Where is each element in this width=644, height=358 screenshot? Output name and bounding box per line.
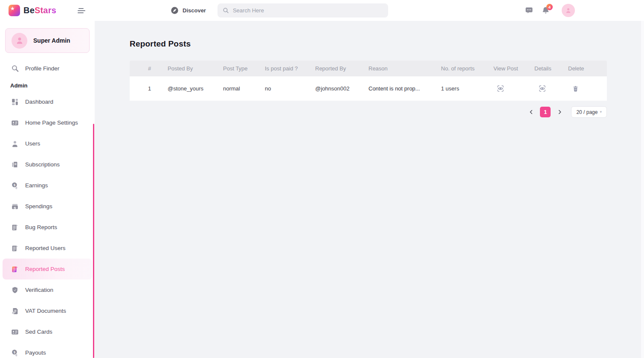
wallet-check-icon — [11, 203, 19, 210]
row-is-post-paid: no — [265, 85, 315, 92]
sidebar-item-label: Dashboard — [25, 99, 53, 105]
notifications-button[interactable]: 4 — [542, 6, 550, 15]
row-delete-cell — [568, 85, 607, 92]
brand-wordmark-be: Be — [23, 6, 35, 15]
main-content: Reported Posts # Posted By Post Type Is … — [95, 21, 644, 358]
row-details-cell — [534, 85, 568, 92]
trash-icon[interactable] — [572, 85, 579, 92]
sidebar-item-label: Earnings — [25, 182, 48, 189]
shield-check-icon — [11, 286, 19, 294]
topbar: Discover 4 — [95, 0, 644, 21]
sidebar-item-label: Reported Users — [25, 245, 66, 251]
sidebar-item-earnings[interactable]: $ Earnings — [0, 175, 95, 196]
details-eye-scan-icon[interactable] — [539, 85, 546, 92]
sidebar-nav: Profile Finder Admin Dashboard Home Page… — [0, 58, 95, 358]
discover-button[interactable]: Discover — [171, 6, 206, 15]
page-size-label: 20 / page — [576, 109, 598, 115]
profile-avatar-icon — [12, 33, 27, 49]
sidebar-item-sed-cards[interactable]: Sed Cards — [0, 321, 95, 342]
sidebar-item-reported-posts[interactable]: Reported Posts — [3, 259, 92, 279]
column-header-post-type: Post Type — [223, 65, 265, 72]
sidebar-item-home-page-settings[interactable]: Home Page Settings — [0, 112, 95, 133]
search-icon — [11, 64, 19, 73]
receipt-icon: $ — [11, 161, 19, 169]
column-header-delete: Delete — [568, 65, 607, 72]
id-card-icon — [11, 328, 19, 336]
content-column: Discover 4 — [95, 0, 644, 358]
table-header-row: # Posted By Post Type Is post paid ? Rep… — [130, 61, 607, 76]
sidebar-item-label: Home Page Settings — [25, 119, 78, 126]
sidebar-item-bug-reports[interactable]: Bug Reports — [0, 217, 95, 238]
compass-icon — [171, 6, 179, 15]
report-document-icon — [11, 224, 19, 231]
app-window: ★ BeStars Super Admin Profile Finder Adm… — [0, 0, 644, 358]
notification-badge: 4 — [546, 4, 553, 10]
next-page-button[interactable] — [554, 107, 565, 117]
column-header-details: Details — [534, 65, 568, 72]
column-header-view-post: View Post — [493, 65, 534, 72]
sidebar-item-payouts[interactable]: $ Payouts — [0, 342, 95, 358]
user-icon — [11, 140, 19, 148]
sidebar: ★ BeStars Super Admin Profile Finder Adm… — [0, 0, 95, 358]
document-check-icon — [11, 307, 19, 315]
sidebar-item-subscriptions[interactable]: $ Subscriptions — [0, 154, 95, 175]
brand-star-icon[interactable]: ★ — [9, 5, 20, 16]
column-header-index: # — [130, 65, 168, 72]
column-header-is-post-paid: Is post paid ? — [265, 65, 315, 72]
logo-row: ★ BeStars — [0, 0, 95, 21]
sidebar-item-label: Subscriptions — [25, 161, 60, 168]
reported-posts-table: # Posted By Post Type Is post paid ? Rep… — [130, 61, 607, 101]
sidebar-item-profile-finder[interactable]: Profile Finder — [0, 58, 95, 79]
sidebar-item-dashboard[interactable]: Dashboard — [0, 91, 95, 112]
sidebar-item-label: Payouts — [25, 349, 46, 356]
search-box[interactable] — [218, 3, 388, 17]
svg-text:$: $ — [14, 350, 15, 354]
page-title: Reported Posts — [130, 39, 644, 49]
sidebar-item-spendings[interactable]: Spendings — [0, 196, 95, 217]
profile-card[interactable]: Super Admin — [5, 28, 90, 53]
page-size-select[interactable]: 20 / page ▾ — [571, 106, 607, 118]
sidebar-toggle-icon[interactable] — [76, 6, 87, 15]
id-card-icon — [11, 119, 19, 127]
sidebar-item-label: VAT Documents — [25, 308, 66, 314]
sidebar-item-vat-documents[interactable]: VAT Documents — [0, 300, 95, 321]
chat-icon[interactable] — [525, 6, 533, 15]
previous-page-button[interactable] — [526, 107, 536, 117]
profile-name: Super Admin — [33, 37, 70, 44]
sidebar-item-reported-users[interactable]: Reported Users — [0, 238, 95, 259]
report-document-icon — [11, 244, 19, 252]
column-header-posted-by: Posted By — [168, 65, 223, 72]
sidebar-item-verification[interactable]: Verification — [0, 279, 95, 300]
sidebar-item-label: Sed Cards — [25, 329, 52, 335]
sidebar-item-label: Spendings — [25, 203, 52, 210]
column-header-no-of-reports: No. of reports — [441, 65, 493, 72]
row-reason: Content is not prop... — [368, 85, 441, 92]
sidebar-section-admin: Admin — [0, 79, 95, 91]
user-avatar[interactable] — [562, 4, 575, 17]
brand-wordmark-stars: Stars — [35, 6, 56, 15]
discover-label: Discover — [183, 7, 206, 14]
row-no-of-reports: 1 users — [441, 85, 493, 92]
row-index: 1 — [130, 85, 168, 92]
search-icon — [223, 7, 229, 14]
sidebar-item-label: Users — [25, 140, 40, 147]
view-post-eye-scan-icon[interactable] — [497, 85, 504, 92]
row-view-post-cell — [493, 85, 534, 92]
sidebar-item-label: Bug Reports — [25, 224, 57, 230]
sidebar-item-users[interactable]: Users — [0, 133, 95, 154]
caret-down-icon: ▾ — [600, 110, 602, 114]
brand-wordmark[interactable]: BeStars — [23, 6, 56, 15]
topbar-actions: 4 — [525, 4, 644, 17]
page-number-1[interactable]: 1 — [540, 107, 551, 117]
main-scrollbar[interactable] — [641, 21, 644, 358]
dollar-coin-icon: $ — [11, 182, 19, 189]
sidebar-scrollbar[interactable] — [93, 124, 94, 358]
dashboard-icon — [11, 98, 19, 106]
chevron-right-icon — [557, 109, 563, 115]
dollar-coin-icon: $ — [11, 349, 19, 357]
column-header-reported-by: Reported By — [315, 65, 368, 72]
chevron-left-icon — [528, 109, 534, 115]
search-input[interactable] — [233, 7, 383, 14]
sidebar-item-label: Verification — [25, 287, 53, 293]
table-row: 1 @stone_yours normal no @johnson002 Con… — [130, 76, 607, 101]
